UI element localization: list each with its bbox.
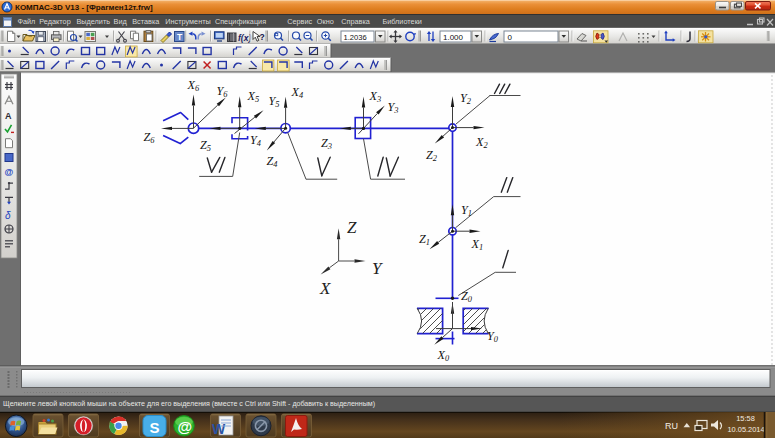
svg-text:Справка: Справка xyxy=(341,17,371,26)
svg-text:Окно: Окно xyxy=(317,17,334,26)
svg-text:1.2036: 1.2036 xyxy=(344,33,367,42)
svg-text:Библиотеки: Библиотеки xyxy=(382,17,422,26)
svg-text:0: 0 xyxy=(508,33,513,42)
svg-text:f(x): f(x) xyxy=(238,33,251,43)
svg-text:Z: Z xyxy=(347,218,357,237)
svg-text:A: A xyxy=(5,111,12,121)
svg-text:T: T xyxy=(177,32,183,42)
svg-text:δ: δ xyxy=(5,210,11,221)
svg-text:Вид: Вид xyxy=(114,17,128,26)
svg-text:RU: RU xyxy=(665,421,678,431)
svg-text:?: ? xyxy=(260,32,265,42)
svg-text:Файл: Файл xyxy=(17,17,35,26)
svg-text:10.05.2014: 10.05.2014 xyxy=(728,425,765,434)
svg-text:Спецификация: Спецификация xyxy=(215,17,266,26)
svg-text:Выделить: Выделить xyxy=(76,17,110,26)
svg-text:S: S xyxy=(150,419,160,436)
svg-text:КОМПАС-3D V13 - [Фрагмен12т.fr: КОМПАС-3D V13 - [Фрагмен12т.frw] xyxy=(15,3,153,12)
svg-text:Вставка: Вставка xyxy=(132,17,160,26)
svg-text:Y: Y xyxy=(372,259,383,278)
svg-text:@: @ xyxy=(5,167,14,177)
svg-text:15:58: 15:58 xyxy=(736,414,755,423)
svg-text:1.000: 1.000 xyxy=(443,33,464,42)
svg-text:Редактор: Редактор xyxy=(39,17,70,26)
svg-text:X: X xyxy=(319,279,331,298)
svg-text:@: @ xyxy=(178,418,193,435)
svg-text:Сервис: Сервис xyxy=(287,17,312,26)
svg-text:Щелкните левой кнопкой мыши на: Щелкните левой кнопкой мыши на объекте д… xyxy=(3,400,375,408)
svg-text:Инструменты: Инструменты xyxy=(165,17,211,26)
